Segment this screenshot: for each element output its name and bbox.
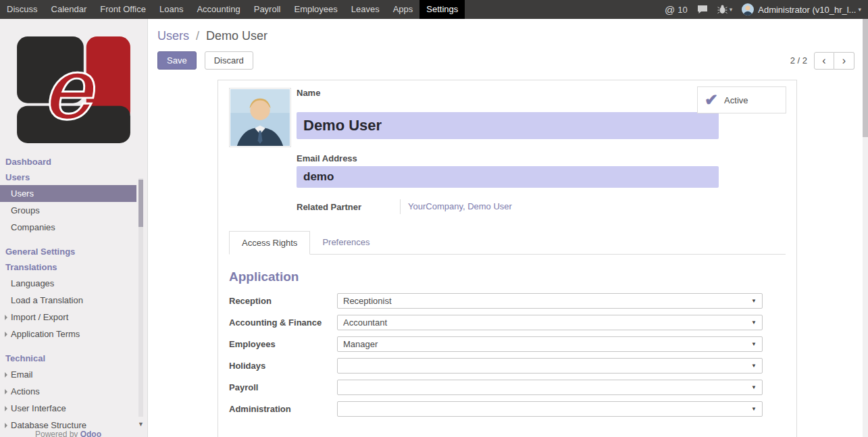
related-partner-link[interactable]: YourCompany, Demo User [400,199,512,214]
reception-select[interactable]: Receptionist ▼ [337,293,763,309]
discard-button[interactable]: Discard [205,51,253,70]
dropdown-caret-icon: ▼ [751,319,757,326]
payroll-label: Payroll [229,380,337,395]
check-icon: ✔ [705,92,718,108]
expand-arrow-icon [5,315,7,320]
accounting-finance-select[interactable]: Accountant ▼ [337,315,763,330]
field-row-accounting-finance: Accounting & Finance Accountant ▼ [229,315,786,330]
systray: @ 10 ▾ [655,0,868,19]
user-photo[interactable] [229,88,291,147]
sidebar-item-languages[interactable]: Languages [0,275,136,292]
sidebar-item-label: Application Terms [11,329,80,339]
employees-select[interactable]: Manager ▼ [337,336,763,352]
application-section-title: Application [229,269,786,284]
chevron-down-icon: ▾ [730,6,733,13]
nav-item-loans[interactable]: Loans [153,0,190,19]
sidebar-item-email[interactable]: Email [0,366,136,383]
active-toggle[interactable]: ✔ Active [697,86,786,113]
accounting-finance-select-value: Accountant [343,317,387,328]
pager-count: 2 / 2 [790,55,807,66]
sidebar-item-companies[interactable]: Companies [0,219,136,236]
name-input[interactable] [297,112,719,139]
chevron-left-icon: ‹ [822,55,825,67]
sidebar-item-label: Email [11,369,33,380]
nav-item-accounting[interactable]: Accounting [190,0,247,19]
sidebar-item-label: User Interface [11,403,66,413]
administration-select[interactable]: ▼ [337,401,763,417]
sidebar-heading-technical[interactable]: Technical [0,351,136,366]
nav-item-payroll[interactable]: Payroll [247,0,288,19]
pager: 2 / 2 ‹ › [790,52,854,70]
mention-counter[interactable]: @ 10 [665,4,688,16]
main-content: Users / Demo User Save Discard 2 / 2 ‹ ›… [149,19,863,437]
reception-select-value: Receptionist [343,296,392,306]
sidebar: e Dashboard Users Users Groups Companies… [0,19,148,437]
control-panel: Users / Demo User Save Discard 2 / 2 ‹ › [149,19,863,80]
nav-item-settings[interactable]: Settings [419,0,465,19]
sidebar-item-users[interactable]: Users [0,185,136,202]
nav-item-employees[interactable]: Employees [287,0,344,19]
nav-item-front-office[interactable]: Front Office [93,0,153,19]
sidebar-item-actions[interactable]: Actions [0,383,136,400]
active-label: Active [724,95,748,105]
sidebar-item-label: Actions [11,386,40,396]
bug-icon [717,5,727,14]
reception-label: Reception [229,293,337,309]
tab-preferences[interactable]: Preferences [310,231,382,254]
sidebar-scrollbar-thumb[interactable] [138,180,143,227]
sidebar-item-user-interface[interactable]: User Interface [0,400,136,417]
dropdown-caret-icon: ▼ [751,384,757,390]
email-block: Email Address [297,153,786,188]
page-scrollbar-thumb[interactable] [863,19,868,137]
expand-arrow-icon [5,389,7,394]
sidebar-heading-users[interactable]: Users [0,170,136,185]
user-menu[interactable]: Administrator (v10_hr_l... ▾ [742,3,861,16]
sidebar-scrollbar [138,178,143,417]
svg-text:e: e [43,41,95,137]
email-input[interactable] [297,166,719,188]
nav-item-discuss[interactable]: Discuss [0,0,45,19]
sidebar-item-groups[interactable]: Groups [0,202,136,219]
breadcrumb-users-link[interactable]: Users [157,29,189,43]
dropdown-caret-icon: ▼ [751,341,757,347]
administration-label: Administration [229,401,337,417]
expand-arrow-icon [5,423,7,428]
email-label: Email Address [297,153,786,163]
dropdown-caret-icon: ▼ [751,298,757,304]
save-button[interactable]: Save [157,51,197,70]
page-scrollbar [863,19,868,437]
mention-count: 10 [678,5,687,15]
sidebar-item-label: Database Structure [11,420,86,430]
tab-access-rights[interactable]: Access Rights [229,231,310,255]
pager-next-button[interactable]: › [834,52,854,70]
company-logo[interactable]: e [0,19,147,154]
sidebar-item-import-export[interactable]: Import / Export [0,309,136,326]
payroll-select[interactable]: ▼ [337,380,763,395]
debug-icon[interactable]: ▾ [717,5,733,14]
pager-previous-button[interactable]: ‹ [814,52,834,70]
field-row-administration: Administration ▼ [229,401,786,417]
sidebar-item-application-terms[interactable]: Application Terms [0,326,136,342]
messages-icon[interactable] [697,5,708,14]
nav-item-apps[interactable]: Apps [386,0,420,19]
breadcrumb: Users / Demo User [157,29,854,43]
sidebar-item-load-a-translation[interactable]: Load a Translation [0,292,136,309]
expand-arrow-icon [5,406,7,411]
sidebar-heading-dashboard[interactable]: Dashboard [0,154,136,170]
mention-icon: @ [665,4,675,16]
chevron-right-icon: › [842,55,846,67]
sidebar-heading-translations[interactable]: Translations [0,259,136,275]
nav-item-leaves[interactable]: Leaves [344,0,386,19]
odoo-brand-link[interactable]: Odoo [80,430,101,437]
scroll-down-caret-icon[interactable]: ▼ [138,421,144,428]
app-window: Discuss Calendar Front Office Loans Acco… [0,0,868,437]
dropdown-caret-icon: ▼ [751,406,757,412]
field-row-employees: Employees Manager ▼ [229,336,786,352]
sidebar-item-label: Import / Export [11,312,68,322]
nav-item-calendar[interactable]: Calendar [45,0,94,19]
sidebar-heading-general-settings[interactable]: General Settings [0,244,136,259]
field-row-payroll: Payroll ▼ [229,380,786,395]
employees-select-value: Manager [343,339,378,349]
holidays-select[interactable]: ▼ [337,358,763,374]
application-fields: Reception Receptionist ▼ Accounting & Fi… [229,293,786,417]
